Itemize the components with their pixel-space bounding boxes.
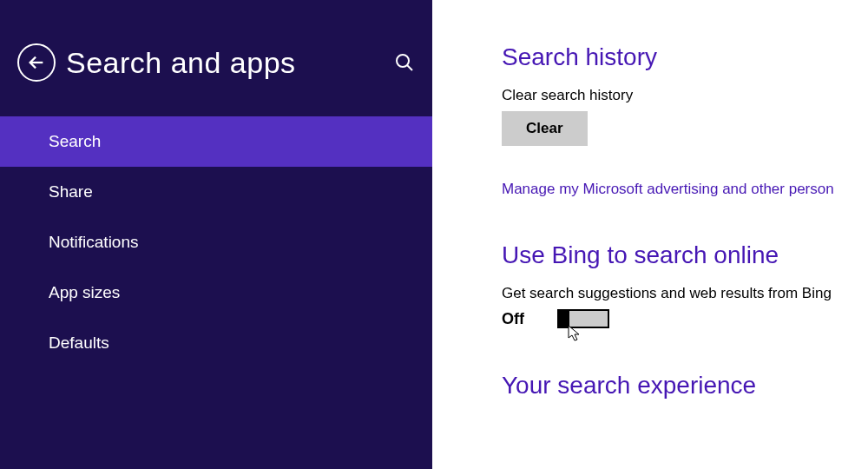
- search-icon[interactable]: [394, 52, 415, 73]
- sidebar-item-share[interactable]: Share: [0, 167, 432, 217]
- section-heading-search-experience: Your search experience: [502, 372, 868, 400]
- sidebar-item-label: Notifications: [49, 233, 139, 251]
- sidebar-item-label: Share: [49, 182, 93, 201]
- toggle-thumb: [557, 309, 569, 328]
- sidebar-item-search[interactable]: Search: [0, 116, 432, 167]
- section-heading-bing: Use Bing to search online: [502, 241, 868, 269]
- back-arrow-icon: [27, 53, 46, 72]
- header: Search and apps: [0, 43, 432, 116]
- bing-toggle-row: Off: [502, 309, 868, 328]
- sidebar-item-label: Search: [49, 132, 101, 150]
- sidebar-item-label: App sizes: [49, 283, 120, 301]
- sidebar: Search and apps Search Share Notificatio…: [0, 0, 432, 469]
- bing-suggestions-label: Get search suggestions and web results f…: [502, 285, 868, 302]
- clear-button[interactable]: Clear: [502, 111, 588, 146]
- clear-history-label: Clear search history: [502, 87, 868, 104]
- svg-line-2: [407, 65, 412, 70]
- sidebar-item-notifications[interactable]: Notifications: [0, 217, 432, 268]
- cursor-icon: [568, 325, 582, 346]
- bing-toggle[interactable]: [557, 309, 609, 328]
- toggle-state-label: Off: [502, 310, 524, 328]
- sidebar-item-app-sizes[interactable]: App sizes: [0, 268, 432, 318]
- sidebar-item-label: Defaults: [49, 334, 109, 352]
- main-content: Search history Clear search history Clea…: [432, 0, 868, 469]
- svg-point-1: [397, 55, 409, 67]
- section-heading-search-history: Search history: [502, 43, 868, 71]
- back-button[interactable]: [17, 43, 56, 82]
- page-title: Search and apps: [66, 46, 394, 80]
- sidebar-item-defaults[interactable]: Defaults: [0, 318, 432, 368]
- manage-advertising-link[interactable]: Manage my Microsoft advertising and othe…: [502, 181, 868, 198]
